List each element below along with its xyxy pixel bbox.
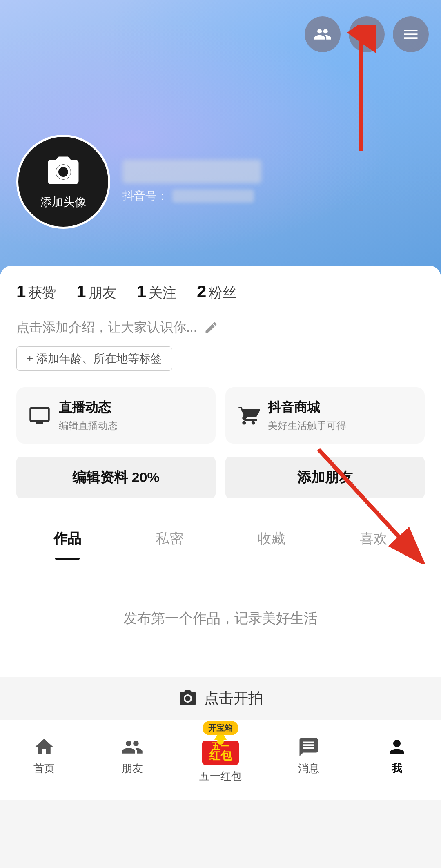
friends-icon-btn[interactable] [305, 16, 341, 52]
tab-item-收藏[interactable]: 收藏 [220, 518, 323, 560]
live-feature-card[interactable]: 直播动态 编辑直播动态 [16, 387, 216, 444]
avatar-label: 添加头像 [40, 194, 86, 210]
message-icon [298, 736, 320, 758]
douyin-id-blur [172, 190, 254, 203]
nav-messages[interactable]: 消息 [265, 736, 353, 776]
stat-label: 朋友 [89, 283, 116, 302]
empty-text: 发布第一个作品，记录美好生活 [16, 609, 425, 628]
username-blur [122, 160, 261, 183]
edit-profile-button[interactable]: 编辑资料 20% [16, 457, 216, 498]
stat-item: 2粉丝 [197, 282, 236, 302]
douyin-id-label: 抖音号： [122, 188, 168, 204]
nav-friends[interactable]: 朋友 [88, 736, 176, 776]
tab-item-作品[interactable]: 作品 [16, 518, 118, 560]
nav-center[interactable]: 开宝箱 红包 五一 五一红包 [176, 728, 265, 783]
feature-row: 直播动态 编辑直播动态 抖音商城 美好生活触手可得 [16, 387, 425, 444]
shop-feature-title: 抖音商城 [268, 399, 346, 417]
nav-center-badge: 开宝箱 [203, 721, 238, 735]
stat-label: 粉丝 [209, 283, 236, 302]
live-feature-sub: 编辑直播动态 [59, 419, 118, 432]
bottom-nav: 首页 朋友 开宝箱 红包 五一 五一红包 消息 [0, 720, 441, 800]
tabs-row: 作品私密收藏喜欢 [16, 518, 425, 560]
bio-text: 点击添加介绍，让大家认识你... [16, 319, 197, 337]
stat-num: 1 [137, 282, 146, 301]
stat-item: 1关注 [137, 282, 176, 302]
stat-item: 1朋友 [76, 282, 116, 302]
add-tag-button[interactable]: + 添加年龄、所在地等标签 [16, 346, 172, 371]
friends-nav-icon [121, 736, 143, 758]
shop-feature-info: 抖音商城 美好生活触手可得 [268, 399, 346, 432]
nav-me[interactable]: 我 [353, 736, 441, 776]
nav-home-label: 首页 [33, 761, 55, 776]
shop-feature-sub: 美好生活触手可得 [268, 419, 346, 432]
top-icon-bar [305, 16, 429, 52]
home-icon [33, 736, 55, 758]
tab-item-私密[interactable]: 私密 [118, 518, 220, 560]
search-icon-btn[interactable] [349, 16, 385, 52]
me-icon [386, 736, 408, 758]
bio-row[interactable]: 点击添加介绍，让大家认识你... [16, 319, 425, 337]
profile-card: 1获赞1朋友1关注2粉丝 点击添加介绍，让大家认识你... + 添加年龄、所在地… [0, 266, 441, 560]
edit-icon [204, 320, 218, 335]
stat-label: 获赞 [28, 283, 56, 302]
svg-point-8 [217, 738, 224, 745]
stat-num: 1 [76, 282, 86, 301]
nav-home[interactable]: 首页 [0, 736, 88, 776]
douyin-id-row: 抖音号： [122, 188, 261, 204]
username-area: 抖音号： [122, 160, 261, 204]
nav-me-label: 我 [392, 761, 402, 776]
camera-bar[interactable]: 点击开拍 [0, 677, 441, 720]
avatar-area: 添加头像 抖音号： [16, 135, 261, 229]
empty-state: 发布第一个作品，记录美好生活 [0, 560, 441, 677]
stat-num: 1 [16, 282, 26, 301]
menu-icon-btn[interactable] [393, 16, 429, 52]
tv-icon [29, 404, 51, 426]
nav-center-label: 五一红包 [199, 769, 242, 783]
nav-friends-label: 朋友 [122, 761, 143, 776]
stats-row: 1获赞1朋友1关注2粉丝 [16, 282, 425, 302]
stat-num: 2 [197, 282, 206, 301]
stat-label: 关注 [149, 283, 176, 302]
cart-icon [238, 404, 260, 426]
tab-item-喜欢[interactable]: 喜欢 [323, 518, 425, 560]
shop-feature-card[interactable]: 抖音商城 美好生活触手可得 [225, 387, 425, 444]
avatar-circle[interactable]: 添加头像 [16, 135, 110, 229]
nav-messages-label: 消息 [298, 761, 319, 776]
camera-bar-label: 点击开拍 [204, 688, 263, 708]
profile-banner: 添加头像 抖音号： [0, 0, 441, 278]
stat-item: 1获赞 [16, 282, 56, 302]
action-row: 编辑资料 20% 添加朋友 [16, 457, 425, 498]
add-friend-button[interactable]: 添加朋友 [225, 457, 425, 498]
live-feature-title: 直播动态 [59, 399, 118, 417]
camera-bar-icon [178, 689, 198, 708]
live-feature-info: 直播动态 编辑直播动态 [59, 399, 118, 432]
